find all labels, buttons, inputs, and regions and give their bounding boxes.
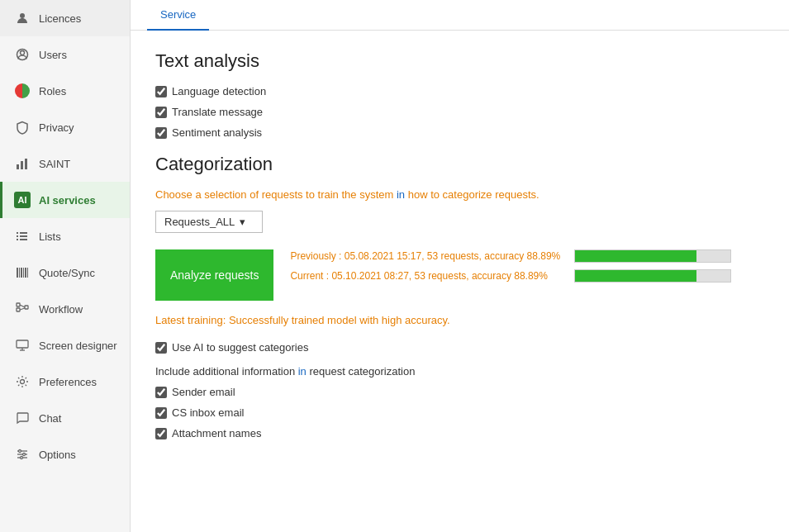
- text-analysis-title: Text analysis: [155, 50, 764, 72]
- translate-message-label: Translate message: [172, 106, 263, 118]
- person-icon: [14, 10, 31, 26]
- dropdown-value: Requests_ALL: [164, 216, 235, 228]
- previously-row: Previously : 05.08.2021 15:17, 53 reques…: [290, 249, 764, 263]
- svg-rect-20: [25, 306, 28, 309]
- translate-message-row: Translate message: [155, 106, 764, 118]
- sidebar-item-licences[interactable]: Licences: [0, 0, 130, 36]
- screen-icon: [14, 337, 31, 354]
- svg-rect-14: [21, 268, 22, 278]
- sidebar-label-workflow: Workflow: [39, 303, 83, 316]
- svg-rect-16: [25, 268, 26, 278]
- svg-rect-8: [17, 239, 18, 240]
- roles-icon: [14, 83, 31, 99]
- language-detection-row: Language detection: [155, 85, 764, 97]
- svg-rect-19: [17, 308, 20, 311]
- sidebar-label-preferences: Preferences: [39, 376, 97, 388]
- svg-rect-11: [20, 239, 27, 240]
- svg-rect-4: [21, 161, 23, 169]
- svg-point-2: [21, 51, 25, 55]
- requests-dropdown-row: Requests_ALL ▾: [155, 211, 764, 233]
- sender-email-checkbox[interactable]: [155, 387, 167, 398]
- analyze-requests-button[interactable]: Analyze requests: [155, 249, 273, 301]
- sidebar-label-licences: Licences: [39, 12, 81, 25]
- svg-rect-23: [17, 340, 28, 348]
- sidebar-item-screen-designer[interactable]: Screen designer: [0, 327, 130, 363]
- cs-inbox-email-label: CS inbox email: [172, 406, 244, 419]
- sender-email-label: Sender email: [172, 386, 235, 398]
- cs-inbox-email-checkbox[interactable]: [155, 407, 167, 419]
- use-ai-checkbox[interactable]: [155, 342, 167, 354]
- sidebar-item-privacy[interactable]: Privacy: [0, 109, 130, 145]
- svg-rect-7: [17, 235, 18, 237]
- content-area: Text analysis Language detection Transla…: [131, 31, 789, 532]
- sidebar-label-privacy: Privacy: [39, 121, 74, 134]
- accuracy-rows: Previously : 05.08.2021 15:17, 53 reques…: [290, 249, 764, 283]
- sidebar-label-screen-designer: Screen designer: [39, 340, 117, 352]
- workflow-icon: [14, 301, 31, 317]
- sidebar-label-quote-sync: Quote/Sync: [39, 267, 95, 279]
- current-progress-fill: [575, 270, 696, 282]
- svg-rect-17: [27, 268, 28, 278]
- current-label: Current : 05.10.2021 08:27, 53 requests,…: [290, 270, 563, 282]
- sidebar-label-roles: Roles: [39, 85, 66, 97]
- translate-message-checkbox[interactable]: [155, 107, 167, 118]
- svg-rect-5: [25, 159, 27, 169]
- svg-point-0: [20, 13, 25, 18]
- svg-line-21: [20, 305, 25, 307]
- sidebar-label-ai-services: AI services: [39, 194, 96, 207]
- svg-rect-9: [20, 232, 27, 234]
- previously-label: Previously : 05.08.2021 15:17, 53 reques…: [290, 250, 563, 262]
- svg-rect-3: [17, 164, 19, 169]
- use-ai-row: Use AI to suggest categories: [155, 341, 764, 354]
- sidebar-label-lists: Lists: [39, 230, 61, 243]
- language-detection-label: Language detection: [172, 85, 266, 97]
- sidebar-label-users: Users: [39, 49, 67, 61]
- previously-progress-fill: [575, 250, 696, 262]
- svg-rect-15: [23, 268, 24, 278]
- sentiment-analysis-checkbox[interactable]: [155, 127, 167, 139]
- cs-inbox-email-row: CS inbox email: [155, 406, 764, 419]
- options-icon: [14, 446, 31, 463]
- sender-email-row: Sender email: [155, 386, 764, 398]
- sidebar-item-options[interactable]: Options: [0, 436, 130, 473]
- attachment-names-label: Attachment names: [172, 427, 261, 439]
- sidebar-item-users[interactable]: Users: [0, 36, 130, 73]
- sentiment-analysis-label: Sentiment analysis: [172, 126, 262, 139]
- sidebar-item-lists[interactable]: Lists: [0, 218, 130, 254]
- main-panel: Service Text analysis Language detection…: [131, 0, 789, 532]
- sidebar-label-chat: Chat: [39, 412, 61, 425]
- sidebar-item-ai-services[interactable]: AI AI services: [0, 182, 130, 218]
- svg-point-26: [21, 380, 25, 384]
- attachment-names-checkbox[interactable]: [155, 428, 167, 439]
- sentiment-analysis-row: Sentiment analysis: [155, 126, 764, 139]
- use-ai-label: Use AI to suggest categories: [172, 341, 308, 354]
- barcode-icon: [14, 264, 31, 281]
- language-detection-checkbox[interactable]: [155, 86, 167, 97]
- svg-point-32: [21, 457, 23, 459]
- categorization-description: Choose a selection of requests to train …: [155, 188, 764, 201]
- tab-service[interactable]: Service: [147, 0, 209, 31]
- svg-rect-6: [17, 232, 18, 234]
- svg-rect-18: [17, 303, 20, 306]
- sidebar-item-workflow[interactable]: Workflow: [0, 291, 130, 327]
- sidebar-item-quote-sync[interactable]: Quote/Sync: [0, 254, 130, 291]
- sidebar-item-chat[interactable]: Chat: [0, 400, 130, 436]
- shield-icon: [14, 119, 31, 135]
- sidebar: Licences Users Roles Privacy SAINT AI AI…: [0, 0, 131, 532]
- svg-point-31: [23, 454, 26, 456]
- svg-rect-13: [19, 268, 20, 278]
- list-icon: [14, 228, 31, 245]
- bar-chart-icon: [14, 155, 31, 172]
- current-progress-bar: [574, 269, 731, 283]
- sidebar-item-preferences[interactable]: Preferences: [0, 363, 130, 400]
- categorization-title: Categorization: [155, 154, 764, 175]
- sidebar-item-roles[interactable]: Roles: [0, 73, 130, 109]
- svg-rect-12: [17, 268, 18, 278]
- svg-point-30: [19, 450, 21, 453]
- sidebar-item-saint[interactable]: SAINT: [0, 145, 130, 182]
- sidebar-label-options: Options: [39, 449, 76, 461]
- tab-bar: Service: [131, 0, 789, 31]
- current-row: Current : 05.10.2021 08:27, 53 requests,…: [290, 269, 764, 283]
- requests-dropdown[interactable]: Requests_ALL ▾: [155, 211, 263, 233]
- ai-icon: AI: [14, 192, 31, 208]
